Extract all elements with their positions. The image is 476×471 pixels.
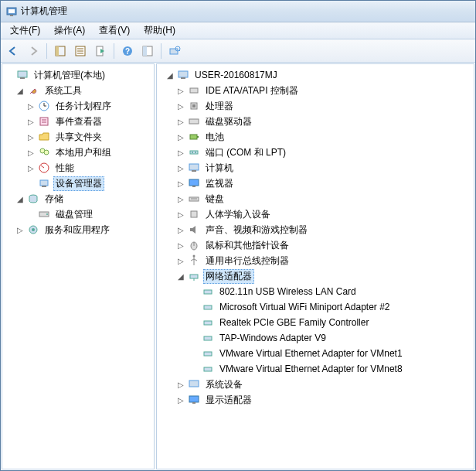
disk-drive-icon: [188, 115, 200, 128]
expand-icon[interactable]: ▷: [26, 101, 36, 111]
device-net-item[interactable]: ▷ VMware Virtual Ethernet Adapter for VM…: [158, 346, 472, 361]
device-battery[interactable]: ▷ 电池: [158, 129, 472, 145]
tree-label: Microsoft Virtual WiFi Miniport Adapter …: [217, 301, 393, 313]
expand-icon[interactable]: ▷: [175, 193, 186, 204]
tree-shared-folders[interactable]: ▷ 共享文件夹: [4, 129, 152, 145]
device-sound[interactable]: ▷ 声音、视频和游戏控制器: [158, 222, 472, 237]
expand-icon[interactable]: ▷: [26, 116, 36, 127]
device-computer[interactable]: ▷ 计算机: [158, 160, 472, 176]
speaker-icon: [188, 224, 200, 236]
menubar: 文件(F) 操作(A) 查看(V) 帮助(H): [1, 22, 475, 39]
expand-icon[interactable]: ▷: [175, 131, 186, 142]
nic-icon: [202, 363, 214, 375]
menu-file[interactable]: 文件(F): [4, 22, 46, 39]
expand-icon[interactable]: ▷: [175, 147, 186, 158]
device-net-item[interactable]: ▷ Microsoft Virtual WiFi Miniport Adapte…: [158, 299, 472, 315]
expand-icon[interactable]: ▷: [175, 224, 186, 235]
tree-label: 事件查看器: [53, 114, 104, 129]
device-hid[interactable]: ▷ 人体学输入设备: [158, 206, 472, 222]
tree-local-users[interactable]: ▷ 本地用户和组: [4, 145, 152, 160]
tree-performance[interactable]: ▷ 性能: [4, 160, 152, 176]
content-area: ▷ 计算机管理(本地) ◢ 系统工具 ▷ 任务计划程序 ▷ 事件查看器: [1, 63, 475, 470]
nic-icon: [202, 316, 214, 329]
svg-point-35: [32, 228, 35, 231]
device-disk-drives[interactable]: ▷ 磁盘驱动器: [158, 114, 472, 129]
tree-label: 本地用户和组: [53, 145, 114, 160]
device-net-item[interactable]: ▷ TAP-Windows Adapter V9: [158, 330, 472, 346]
menu-view[interactable]: 查看(V): [93, 22, 136, 39]
device-keyboards[interactable]: ▷ 键盘: [158, 191, 472, 206]
clock-icon: [38, 100, 50, 112]
show-hide-tree-button[interactable]: [51, 42, 70, 60]
expand-icon[interactable]: ▷: [175, 178, 186, 189]
svg-point-46: [195, 152, 196, 153]
device-net-item[interactable]: ▷ Realtek PCIe GBE Family Controller: [158, 315, 472, 330]
expand-icon[interactable]: ▷: [15, 224, 26, 235]
expand-icon[interactable]: ▷: [175, 255, 186, 266]
expand-icon[interactable]: ▷: [175, 101, 186, 111]
svg-point-56: [193, 255, 196, 258]
users-icon: [38, 146, 50, 159]
menu-action[interactable]: 操作(A): [48, 22, 91, 39]
tree-label: VMware Virtual Ethernet Adapter for VMne…: [217, 347, 405, 360]
collapse-icon[interactable]: ◢: [15, 193, 26, 204]
tree-label: 显示适配器: [203, 393, 254, 408]
device-usb[interactable]: ▷ 通用串行总线控制器: [158, 253, 472, 268]
expand-icon[interactable]: ▷: [26, 131, 36, 142]
device-net-item[interactable]: ▷ VMware Virtual Ethernet Adapter for VM…: [158, 361, 472, 377]
svg-rect-60: [204, 305, 212, 309]
tree-system-tools[interactable]: ◢ 系统工具: [4, 83, 152, 98]
scan-button[interactable]: [165, 42, 184, 60]
expand-icon[interactable]: ▷: [175, 394, 186, 405]
tree-device-manager[interactable]: ▷ 设备管理器: [4, 176, 152, 191]
tree-root[interactable]: ▷ 计算机管理(本地): [4, 67, 152, 83]
computer-mgmt-icon: [16, 69, 29, 81]
expand-icon[interactable]: ▷: [175, 209, 186, 220]
device-ports[interactable]: ▷ 端口 (COM 和 LPT): [158, 145, 472, 160]
tree-storage[interactable]: ◢ 存储: [4, 191, 152, 206]
device-system[interactable]: ▷ 系统设备: [158, 377, 472, 392]
svg-rect-17: [18, 71, 27, 77]
collapse-icon[interactable]: ◢: [165, 70, 175, 80]
device-cpu[interactable]: ▷ 处理器: [158, 98, 472, 114]
device-net-item[interactable]: ▷ 802.11n USB Wireless LAN Card: [158, 284, 472, 299]
device-monitors[interactable]: ▷ 监视器: [158, 176, 472, 191]
expand-icon[interactable]: ▷: [26, 147, 36, 158]
expand-icon[interactable]: ▷: [175, 85, 186, 96]
device-root[interactable]: ◢ USER-20160817MJ: [158, 67, 472, 83]
expand-icon[interactable]: ▷: [175, 379, 186, 390]
device-display[interactable]: ▷ 显示适配器: [158, 392, 472, 408]
device-mouse[interactable]: ▷ 鼠标和其他指针设备: [158, 237, 472, 253]
forward-button[interactable]: [24, 42, 42, 60]
export-button[interactable]: [91, 42, 110, 60]
tree-services-apps[interactable]: ▷ 服务和应用程序: [4, 222, 152, 237]
tree-disk-mgmt[interactable]: ▷ 磁盘管理: [4, 206, 152, 222]
svg-rect-48: [192, 170, 196, 172]
expand-icon[interactable]: ▷: [26, 162, 36, 173]
computer-icon: [188, 162, 200, 174]
collapse-icon[interactable]: ◢: [15, 85, 26, 96]
refresh-button[interactable]: [138, 42, 157, 60]
menu-help[interactable]: 帮助(H): [138, 22, 182, 39]
tree-label: VMware Virtual Ethernet Adapter for VMne…: [217, 363, 405, 375]
svg-rect-59: [204, 290, 212, 294]
svg-rect-41: [189, 119, 199, 124]
window-title: 计算机管理: [21, 5, 67, 18]
device-network[interactable]: ◢ 网络适配器: [158, 268, 472, 284]
back-button[interactable]: [4, 42, 22, 60]
device-ide[interactable]: ▷ IDE ATA/ATAPI 控制器: [158, 83, 472, 98]
svg-point-33: [46, 213, 48, 215]
tree-label: 设备管理器: [53, 176, 104, 191]
storage-icon: [27, 193, 39, 205]
tree-event-viewer[interactable]: ▷ 事件查看器: [4, 114, 152, 129]
svg-rect-63: [204, 352, 212, 356]
expand-icon[interactable]: ▷: [175, 240, 186, 251]
device-mgr-icon: [38, 177, 50, 189]
tree-task-scheduler[interactable]: ▷ 任务计划程序: [4, 98, 152, 114]
collapse-icon[interactable]: ◢: [175, 271, 186, 282]
tree-label: 服务和应用程序: [42, 223, 112, 237]
help-button[interactable]: ?: [118, 42, 137, 60]
expand-icon[interactable]: ▷: [175, 162, 186, 173]
expand-icon[interactable]: ▷: [175, 116, 186, 127]
properties-button[interactable]: [71, 42, 90, 60]
